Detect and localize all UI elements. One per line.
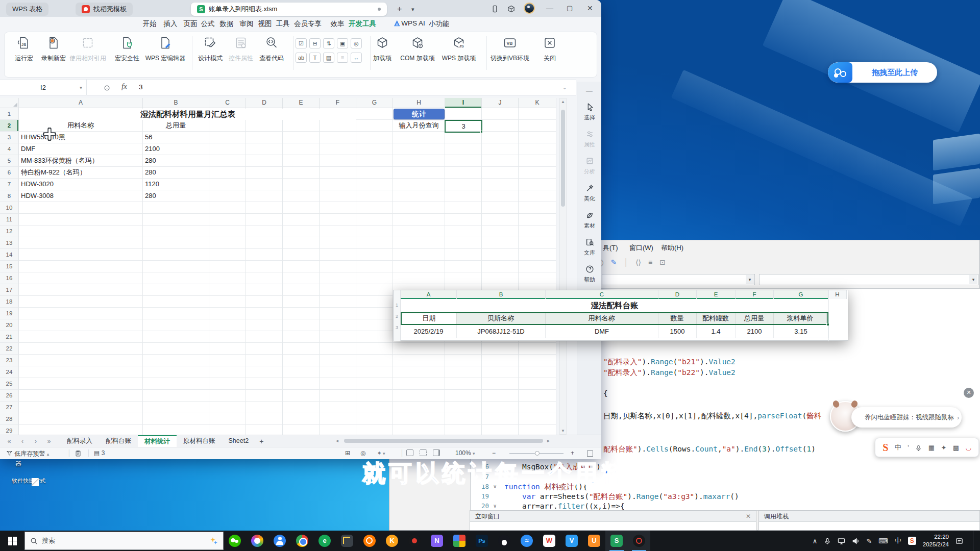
cell-A25[interactable]: [19, 378, 143, 390]
cell-B7[interactable]: 1120: [143, 179, 209, 190]
cell-G4[interactable]: [356, 143, 393, 155]
cell-G18[interactable]: [356, 296, 393, 308]
cell-C2[interactable]: [209, 120, 246, 132]
row-header-13[interactable]: 13: [0, 237, 19, 249]
cell-H8[interactable]: [393, 190, 445, 202]
first-sheet-icon[interactable]: «: [5, 438, 13, 445]
cell-D29[interactable]: [246, 425, 283, 435]
cell-F3[interactable]: [320, 132, 356, 143]
cell-J2[interactable]: [482, 120, 519, 132]
cell-D7[interactable]: [246, 179, 283, 190]
cell-F26[interactable]: [320, 390, 356, 402]
taskbar-clock[interactable]: 22:20 2025/2/24: [923, 533, 949, 548]
add-sheet-button[interactable]: +: [259, 437, 263, 445]
cell-B26[interactable]: [143, 390, 209, 402]
cell-G17[interactable]: [356, 284, 393, 296]
vb-menu-3[interactable]: 帮助(H): [661, 243, 683, 253]
cell-I8[interactable]: [445, 190, 482, 202]
cell-H5[interactable]: [393, 155, 445, 167]
cell-D11[interactable]: [246, 214, 283, 226]
cell-K11[interactable]: [519, 214, 556, 226]
cell-A6[interactable]: 特白粉M-922（名玛）: [19, 167, 143, 179]
row-header-22[interactable]: 22: [0, 343, 19, 355]
cell-H24[interactable]: [393, 366, 445, 378]
row-header-28[interactable]: 28: [0, 413, 19, 425]
cell-J4[interactable]: [482, 143, 519, 155]
cell-E21[interactable]: [283, 331, 320, 343]
cell-F29[interactable]: [320, 425, 356, 435]
cell-F14[interactable]: [320, 249, 356, 261]
cell-B5[interactable]: 280: [143, 155, 209, 167]
cell-A17[interactable]: [19, 284, 143, 296]
cell-G10[interactable]: [356, 202, 393, 214]
tray-display-icon[interactable]: [838, 537, 845, 545]
vertical-scroll-thumb[interactable]: [561, 110, 565, 207]
cell-A23[interactable]: [19, 355, 143, 366]
taskbar-app-qq[interactable]: [493, 531, 516, 551]
cell-I22[interactable]: [445, 343, 482, 355]
cell-J12[interactable]: [482, 226, 519, 237]
tab-docer-templates[interactable]: 找稻壳模板: [76, 3, 133, 16]
cell-I15[interactable]: [445, 261, 482, 272]
row-header-10[interactable]: 10: [0, 202, 19, 214]
cell-C11[interactable]: [209, 214, 246, 226]
zoom-in-icon[interactable]: +: [571, 449, 574, 457]
cell-B6[interactable]: 280: [143, 167, 209, 179]
row-header-26[interactable]: 26: [0, 390, 19, 402]
cell-G2[interactable]: [356, 120, 393, 132]
cell-C17[interactable]: [209, 284, 246, 296]
cell-B16[interactable]: [143, 272, 209, 284]
sheet-tab-配料录入[interactable]: 配料录入: [60, 435, 99, 447]
ime-toolbar[interactable]: S 中 ’ ▦ ✦ ▩ ◡: [875, 438, 979, 457]
cell-B22[interactable]: [143, 343, 209, 355]
cell-D28[interactable]: [246, 413, 283, 425]
cell-E28[interactable]: [283, 413, 320, 425]
cell-B29[interactable]: [143, 425, 209, 435]
cell-B11[interactable]: [143, 214, 209, 226]
cell-C5[interactable]: [209, 155, 246, 167]
column-header-B[interactable]: B: [143, 98, 209, 108]
cell-K14[interactable]: [519, 249, 556, 261]
control-option-icon[interactable]: ◎: [351, 38, 362, 48]
cell-H10[interactable]: [393, 202, 445, 214]
cell-D6[interactable]: [246, 167, 283, 179]
cell-E27[interactable]: [283, 402, 320, 413]
cell-C15[interactable]: [209, 261, 246, 272]
cell-J16[interactable]: [482, 272, 519, 284]
cell-B13[interactable]: [143, 237, 209, 249]
cell-F5[interactable]: [320, 155, 356, 167]
cell-K3[interactable]: [519, 132, 556, 143]
scroll-up-icon[interactable]: ▲: [560, 99, 566, 104]
panel-collapse-icon[interactable]: —: [577, 87, 601, 94]
recenter-icon[interactable]: ⌖ ▾: [378, 449, 385, 457]
notification-center-icon[interactable]: [955, 537, 963, 545]
cell-A15[interactable]: [19, 261, 143, 272]
cell-F27[interactable]: [320, 402, 356, 413]
menu-开始[interactable]: 开始: [142, 18, 158, 30]
cell-J6[interactable]: [482, 167, 519, 179]
cell-G16[interactable]: [356, 272, 393, 284]
taskbar-app-u[interactable]: U: [583, 531, 605, 551]
taskbar-app-record2[interactable]: [628, 531, 650, 551]
vb-tool-widget-icon[interactable]: ⟨⟩: [635, 258, 641, 266]
cell-C25[interactable]: [209, 378, 246, 390]
cell-G3[interactable]: [356, 132, 393, 143]
cell-I26[interactable]: [445, 390, 482, 402]
control-frame-icon[interactable]: ▣: [337, 38, 348, 48]
formula-lens-icon[interactable]: [104, 84, 111, 92]
cell-J24[interactable]: [482, 366, 519, 378]
cell-H11[interactable]: [393, 214, 445, 226]
cell-B15[interactable]: [143, 261, 209, 272]
cell-B27[interactable]: [143, 402, 209, 413]
menu-效率[interactable]: 效率: [330, 18, 346, 30]
cell-D5[interactable]: [246, 155, 283, 167]
cell-C28[interactable]: [209, 413, 246, 425]
taskbar-app-wps[interactable]: S: [605, 531, 628, 551]
cell-D17[interactable]: [246, 284, 283, 296]
cell-H13[interactable]: [393, 237, 445, 249]
cell-K7[interactable]: [519, 179, 556, 190]
cell-F11[interactable]: [320, 214, 356, 226]
maximize-button[interactable]: ▢: [567, 4, 573, 12]
ime-punct-icon[interactable]: ’: [908, 444, 909, 452]
cell-K16[interactable]: [519, 272, 556, 284]
